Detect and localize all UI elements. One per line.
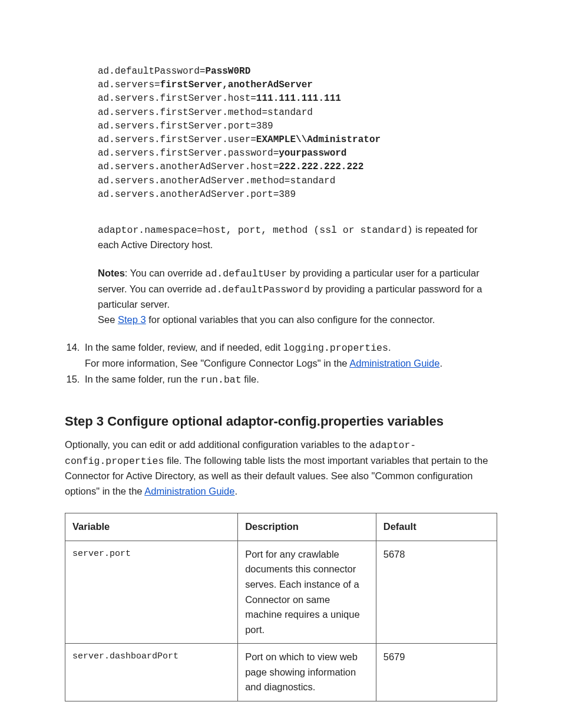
inline-code: run.bat xyxy=(200,374,241,386)
cell-description: Port for any crawlable documents this co… xyxy=(238,541,376,643)
code-line: ad.servers.anotherAdServer.host=222.222.… xyxy=(98,162,363,172)
body-text: In the same folder, run the xyxy=(85,374,200,384)
cell-description: Port on which to view web page showing i… xyxy=(238,644,376,701)
inline-code: ad.defaultPassword xyxy=(205,284,310,295)
table-row: server.dashboardPort Port on which to vi… xyxy=(65,644,497,701)
administration-guide-link[interactable]: Administration Guide xyxy=(349,358,439,368)
table-header-row: Variable Description Default xyxy=(65,513,497,541)
notes-label: Notes xyxy=(98,268,125,278)
code-line: ad.servers.anotherAdServer.method=standa… xyxy=(98,176,335,186)
cell-variable: server.port xyxy=(65,541,238,643)
header-default: Default xyxy=(376,513,497,541)
body-text: . xyxy=(234,486,237,496)
cell-default: 5679 xyxy=(376,644,497,701)
code-line: ad.servers.anotherAdServer.port=389 xyxy=(98,189,296,200)
body-text: . xyxy=(388,342,391,353)
body-text: Optionally, you can edit or add addition… xyxy=(65,439,369,450)
code-line: ad.servers.firstServer.host=111.111.111.… xyxy=(98,93,341,104)
body-text: See xyxy=(98,314,118,325)
variables-table: Variable Description Default server.port… xyxy=(65,513,497,701)
inline-code: adaptor.namespace=host, port, method (ss… xyxy=(98,225,413,236)
config-code-block: ad.defaultPassword=PassW0RD ad.servers=f… xyxy=(98,65,497,202)
numbered-steps: In the same folder, review, and if neede… xyxy=(82,340,497,388)
step-15: In the same folder, run the run.bat file… xyxy=(82,372,497,388)
cell-default: 5678 xyxy=(376,541,497,643)
cell-variable: server.dashboardPort xyxy=(65,644,238,701)
code-line: ad.servers.firstServer.user=EXAMPLE\\Adm… xyxy=(98,134,381,145)
document-page: ad.defaultPassword=PassW0RD ad.servers=f… xyxy=(0,0,562,728)
header-variable: Variable xyxy=(65,513,238,541)
body-text: : You can override xyxy=(125,268,206,278)
body-text: For more information, See "Configure Con… xyxy=(85,358,349,368)
notes-paragraph: Notes: You can override ad.defaultUser b… xyxy=(98,266,497,327)
administration-guide-link[interactable]: Administration Guide xyxy=(144,486,234,496)
step-3-body: Optionally, you can edit or add addition… xyxy=(65,437,497,499)
code-line: ad.servers=firstServer,anotherAdServer xyxy=(98,80,313,90)
code-line: ad.defaultPassword=PassW0RD xyxy=(98,66,250,77)
body-text: file. xyxy=(242,374,259,384)
body-text: In the same folder, review, and if neede… xyxy=(85,342,283,353)
table-row: server.port Port for any crawlable docum… xyxy=(65,541,497,643)
step-3-heading: Step 3 Configure optional adaptor-config… xyxy=(65,411,497,431)
inline-code: ad.defaultUser xyxy=(206,268,287,279)
body-text: for optional variables that you can also… xyxy=(146,314,435,325)
code-line: ad.servers.firstServer.method=standard xyxy=(98,107,313,118)
code-line: ad.servers.firstServer.password=yourpass… xyxy=(98,148,346,159)
body-text: . xyxy=(439,358,442,368)
step-3-link[interactable]: Step 3 xyxy=(118,314,146,325)
code-line: ad.servers.firstServer.port=389 xyxy=(98,121,273,131)
adaptor-namespace-paragraph: adaptor.namespace=host, port, method (ss… xyxy=(98,222,497,253)
step-14: In the same folder, review, and if neede… xyxy=(82,340,497,371)
inline-code: logging.properties xyxy=(283,342,388,354)
header-description: Description xyxy=(238,513,376,541)
